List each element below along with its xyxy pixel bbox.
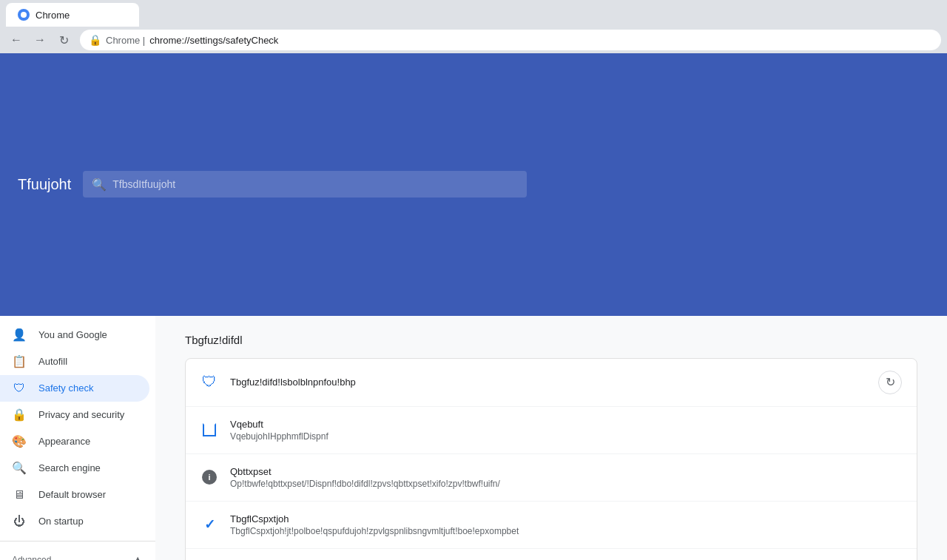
sidebar-item-label: Autofill <box>38 356 67 367</box>
chevron-up-icon: ▲ <box>132 553 144 561</box>
divider <box>0 541 155 542</box>
sidebar: 👤 You and Google 📋 Autofill 🛡 Safety che… <box>0 316 155 561</box>
refresh-button[interactable]: ↻ <box>53 30 74 50</box>
info-icon: i <box>200 468 218 486</box>
updates-title: Vqebuft <box>230 419 902 430</box>
address-text: chrome://settings/safetyCheck <box>149 35 278 46</box>
sidebar-item-search-engine[interactable]: 🔍 Search engine <box>0 455 149 482</box>
passwords-content: Qbttxpset Op!tbwfe!qbttxpset/!Dispnf!dbo… <box>230 466 902 489</box>
refresh-action: ↻ <box>878 371 902 394</box>
shield-icon: 🛡 <box>12 381 27 396</box>
section1-title: Tbgfuz!difdl <box>185 334 917 346</box>
main-area: 👤 You and Google 📋 Autofill 🛡 Safety che… <box>0 316 947 561</box>
lock-icon: 🔒 <box>12 408 27 422</box>
tab-bar: Chrome <box>0 0 947 27</box>
safety-check-card: 🛡 Tbgfuz!difd!lsbolblnpnfou!bhp ↻ V <box>185 358 917 561</box>
startup-icon: ⏻ <box>12 514 27 529</box>
forward-button[interactable]: → <box>30 30 50 50</box>
browser-icon: 🖥 <box>12 488 27 502</box>
sidebar-item-appearance[interactable]: 🎨 Appearance <box>0 428 149 455</box>
sidebar-item-label: You and Google <box>38 329 107 340</box>
sidebar-item-label: Safety check <box>38 382 93 394</box>
card-row-last-check: 🛡 Tbgfuz!difd!lsbolblnpnfou!bhp ↻ <box>186 359 917 407</box>
address-bar[interactable]: 🔒 Chrome | chrome://settings/safetyCheck <box>80 30 941 50</box>
advanced-section-label[interactable]: Advanced ▲ <box>0 547 155 561</box>
sidebar-item-label: Privacy and security <box>38 409 124 420</box>
search-icon: 🔍 <box>92 178 107 192</box>
refresh-safety-check-button[interactable]: ↻ <box>878 371 902 394</box>
full-app: Tfuujoht 🔍 👤 You and Google 📋 Autofill 🛡… <box>0 53 947 560</box>
person-icon: 👤 <box>12 328 27 343</box>
safe-browsing-desc: TbgflCspxtjoh!jt!polboe!qspufdujoh!zpvlg… <box>230 526 902 536</box>
tab-favicon <box>18 9 30 21</box>
address-prefix: Chrome | <box>106 35 145 46</box>
sidebar-item-label: Appearance <box>38 436 90 447</box>
sidebar-item-safety-check[interactable]: 🛡 Safety check <box>0 375 149 402</box>
search-engine-icon: 🔍 <box>12 461 27 476</box>
sidebar-item-on-startup[interactable]: ⏻ On startup <box>0 508 149 535</box>
sidebar-item-privacy[interactable]: 🔒 Privacy and security <box>0 402 149 428</box>
spinner-icon <box>200 421 218 439</box>
search-input[interactable] <box>112 178 518 190</box>
passwords-title: Qbttxpset <box>230 466 902 477</box>
updates-content: Vqebuft VqebujohIHpphmflDispnf <box>230 419 902 442</box>
card-row-extensions: ✓ Fyufotjpot Zpv(sf!qspufdufe!gspn!qpufo… <box>186 549 917 561</box>
sidebar-item-autofill[interactable]: 📋 Autofill <box>0 348 149 375</box>
safe-browsing-content: TbgflCspxtjoh TbgflCspxtjoh!jt!polboe!qs… <box>230 513 902 536</box>
search-bar[interactable]: 🔍 <box>83 171 527 198</box>
sidebar-item-you-google[interactable]: 👤 You and Google <box>0 322 149 348</box>
card-row-safe-browsing: ✓ TbgflCspxtjoh TbgflCspxtjoh!jt!polboe!… <box>186 502 917 549</box>
sidebar-item-label: Default browser <box>38 489 106 500</box>
app-header: Tfuujoht 🔍 <box>0 53 947 316</box>
sidebar-item-label: Search engine <box>38 462 101 473</box>
shield-check-icon: 🛡 <box>200 374 218 391</box>
last-check-content: Tbgfuz!difd!lsbolblnpnfou!bhp <box>230 377 866 388</box>
passwords-desc: Op!tbwfe!qbttxpset/!Dispnf!dbo!difdl!zpv… <box>230 479 902 489</box>
active-tab[interactable]: Chrome <box>6 3 139 27</box>
safe-browsing-title: TbgflCspxtjoh <box>230 513 902 524</box>
sidebar-item-label: On startup <box>38 516 84 527</box>
browser-chrome: ← → ↻ 🔒 Chrome | chrome://settings/safet… <box>0 27 947 53</box>
autofill-icon: 📋 <box>12 354 27 369</box>
lock-icon: 🔒 <box>89 34 101 46</box>
app-title: Tfuujoht <box>18 176 71 193</box>
content-area: Tbgfuz!difdl 🛡 Tbgfuz!difd!lsbolblnpnfou… <box>155 316 947 561</box>
appearance-icon: 🎨 <box>12 434 27 449</box>
tab-label: Chrome <box>36 10 70 21</box>
card-row-passwords: i Qbttxpset Op!tbwfe!qbttxpset/!Dispnf!d… <box>186 454 917 502</box>
svg-point-0 <box>21 12 27 18</box>
browser-controls: ← → ↻ <box>6 30 74 50</box>
updates-desc: VqebujohIHpphmflDispnf <box>230 431 902 442</box>
last-check-title: Tbgfuz!difd!lsbolblnpnfou!bhp <box>230 377 866 388</box>
advanced-label: Advanced <box>12 555 51 561</box>
check-safe-icon: ✓ <box>200 516 218 533</box>
card-row-updates: Vqebuft VqebujohIHpphmflDispnf <box>186 407 917 454</box>
sidebar-item-default-browser[interactable]: 🖥 Default browser <box>0 482 149 508</box>
back-button[interactable]: ← <box>6 30 27 50</box>
